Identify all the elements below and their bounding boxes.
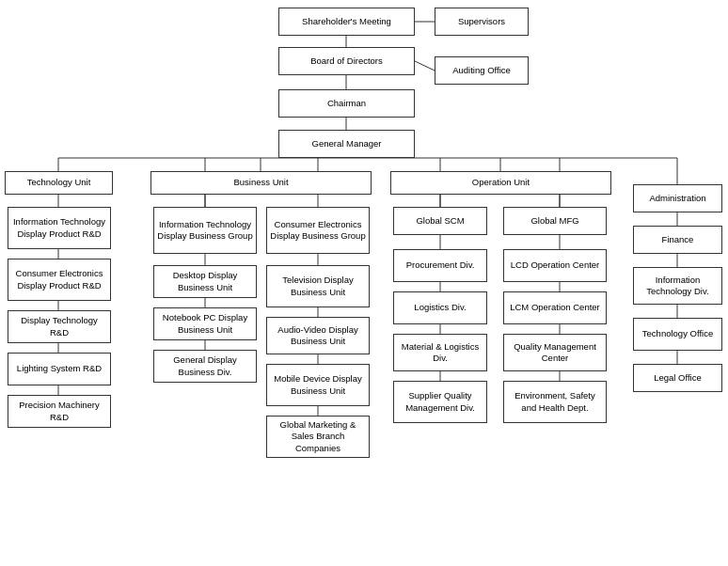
org-box-logistics: Logistics Div. [393,291,487,324]
org-box-operation_unit: Operation Unit [390,171,611,195]
org-box-it_display_business: Information Technology Display Business … [153,207,257,254]
org-box-lcm_operation: LCM Operation Center [503,291,607,324]
org-box-material_logistics: Material & Logistics Div. [393,334,487,371]
org-box-global_scm: Global SCM [393,207,487,235]
org-box-global_mfg: Global MFG [503,207,607,235]
org-box-notebook_pc: Notebook PC Display Business Unit [153,307,257,340]
org-box-precision_machinery: Precision Machinery R&D [8,395,111,428]
org-box-auditing: Auditing Office [435,56,529,85]
org-box-chairman: Chairman [278,89,415,118]
org-box-supervisors: Supervisors [435,8,529,36]
org-box-supplier_quality: Supplier Quality Management Div. [393,381,487,423]
org-box-shareholders: Shareholder's Meeting [278,8,415,36]
org-box-general_display: General Display Business Div. [153,350,257,383]
org-box-technology_unit: Technology Unit [5,171,113,195]
org-box-lighting_system: Lighting System R&D [8,353,111,385]
org-box-ce_display_product: Consumer Electronics Display Product R&D [8,259,111,301]
org-box-administration: Administration [633,184,722,212]
org-box-it_div: Information Technology Div. [633,267,722,305]
org-box-legal_office: Legal Office [633,364,722,392]
org-box-audio_video: Audio-Video Display Business Unit [266,317,370,354]
org-box-tech_office: Technology Office [633,318,722,351]
org-box-global_marketing: Global Marketing & Sales Branch Companie… [266,416,370,458]
org-box-procurement: Procurement Div. [393,249,487,282]
org-box-general_manager: General Manager [278,130,415,158]
org-box-finance: Finance [633,226,722,254]
org-box-environment: Environment, Safety and Health Dept. [503,381,607,423]
org-box-it_display_product: Information Technology Display Product R… [8,207,111,249]
svg-line-2 [415,61,435,71]
org-box-television_display: Television Display Business Unit [266,265,370,307]
org-box-desktop_display: Desktop Display Business Unit [153,265,257,298]
org-box-lcd_operation: LCD Operation Center [503,249,607,282]
org-box-mobile_device: Mobile Device Display Business Unit [266,364,370,406]
org-box-business_unit: Business Unit [150,171,372,195]
org-box-board: Board of Directors [278,47,415,75]
org-box-ce_display_business: Consumer Electronics Display Business Gr… [266,207,370,254]
org-chart: Shareholder's MeetingSupervisorsBoard of… [0,0,728,566]
org-box-quality_mgmt: Quality Management Center [503,334,607,371]
org-box-display_tech: Display Technology R&D [8,310,111,343]
